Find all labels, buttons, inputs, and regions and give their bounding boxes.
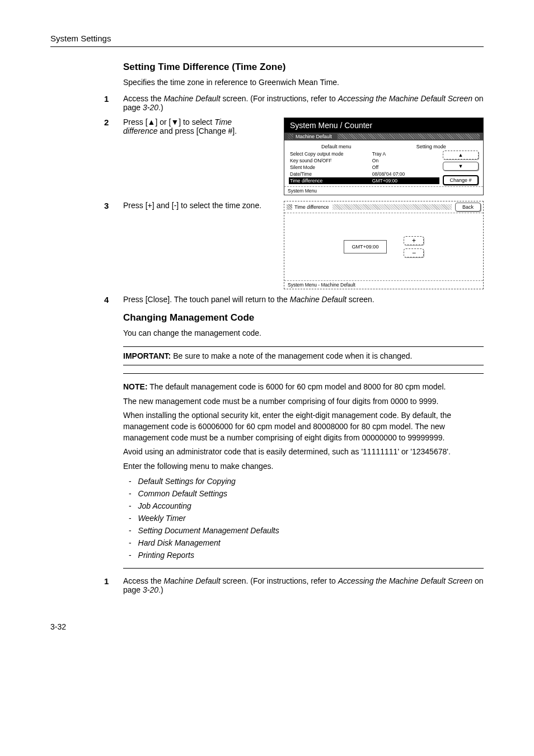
important-box: IMPORTANT: Be sure to make a note of the… bbox=[123, 346, 484, 365]
step-text: Press [▲] or [▼] to select Time differen… bbox=[123, 118, 263, 135]
change-button[interactable]: Change # bbox=[443, 175, 479, 185]
plus-button[interactable]: + bbox=[404, 236, 424, 245]
panel-title: Time difference bbox=[294, 204, 329, 210]
section-title-management-code: Changing Management Code bbox=[123, 312, 484, 323]
list-row[interactable]: Date/Time08/08/'04 07:00 bbox=[289, 171, 439, 177]
t: and press [Change #]. bbox=[157, 126, 237, 135]
cell: Off bbox=[372, 165, 439, 170]
breadcrumb: System Menu - Machine Default bbox=[284, 280, 483, 289]
col-header: Default menu bbox=[289, 144, 384, 151]
t: .) bbox=[158, 585, 163, 594]
scroll-up-button[interactable] bbox=[443, 151, 479, 159]
section2-intro: You can change the management code. bbox=[123, 328, 484, 339]
note-p: Avoid using an administrator code that i… bbox=[123, 447, 484, 458]
list-item: Hard Disk Management bbox=[139, 537, 484, 549]
minus-button[interactable]: − bbox=[404, 248, 424, 257]
t: Press [ bbox=[123, 118, 148, 126]
important-label: IMPORTANT: bbox=[123, 351, 171, 360]
note-p: Enter the following menu to make changes… bbox=[123, 461, 484, 472]
cell: 08/08/'04 07:00 bbox=[372, 171, 439, 177]
hatch-fill bbox=[338, 134, 480, 139]
screenshot-time-difference: Time difference Back GMT+09:00 + − Syste… bbox=[284, 201, 484, 289]
list-row[interactable]: Silent ModeOff bbox=[289, 164, 439, 171]
cell: Tray A bbox=[372, 151, 439, 157]
cell: Key sound ON/OFF bbox=[289, 158, 372, 163]
timezone-value: GMT+09:00 bbox=[344, 240, 387, 253]
step-number: 2 bbox=[104, 118, 123, 195]
list-item: Job Accounting bbox=[139, 500, 484, 512]
back-button[interactable]: Back bbox=[455, 203, 481, 212]
step-number: 1 bbox=[104, 94, 123, 112]
list-row[interactable]: Select Copy output modeTray A bbox=[289, 151, 439, 157]
hatch-fill bbox=[332, 204, 452, 210]
list-row-selected[interactable]: Time differenceGMT+09:00 bbox=[289, 177, 439, 184]
list-row[interactable]: Key sound ON/OFFOn bbox=[289, 157, 439, 164]
t: Access the bbox=[123, 576, 163, 585]
list-item: Setting Document Management Defaults bbox=[139, 524, 484, 537]
t: Machine Default bbox=[163, 576, 220, 585]
page-header: System Settings bbox=[50, 34, 484, 47]
step-text: Access the Machine Default screen. (For … bbox=[123, 576, 484, 594]
step-text: Press [+] and [-] to select the time zon… bbox=[123, 201, 263, 210]
note-box: NOTE: The default management code is 600… bbox=[123, 373, 484, 569]
note-label: NOTE: bbox=[123, 382, 148, 391]
list-item: Default Settings for Copying bbox=[139, 475, 484, 487]
cell: GMT+09:00 bbox=[372, 178, 439, 184]
cell: Time difference bbox=[289, 178, 372, 184]
t: Machine Default bbox=[163, 94, 220, 103]
t: Access the bbox=[123, 94, 163, 103]
step-text: Access the Machine Default screen. (For … bbox=[123, 94, 484, 112]
cell: Date/Time bbox=[289, 171, 372, 177]
panel-subtitle: Machine Default bbox=[296, 134, 332, 139]
t: ] to select bbox=[179, 118, 214, 126]
panel-subtitle-bar: Machine Default bbox=[284, 133, 483, 140]
t: screen. (For instructions, refer to bbox=[221, 576, 338, 585]
note-p: When installing the optional security ki… bbox=[123, 410, 484, 443]
up-triangle-icon: ▲ bbox=[148, 118, 156, 126]
breadcrumb: System Menu bbox=[284, 186, 483, 195]
note-p: The new management code must be a number… bbox=[123, 396, 484, 407]
menu-list: Default Settings for Copying Common Defa… bbox=[123, 475, 484, 561]
note-text: The default management code is 6000 for … bbox=[148, 382, 446, 391]
t: Machine Default bbox=[290, 295, 346, 304]
t: 3-20 bbox=[143, 585, 158, 594]
cell: Silent Mode bbox=[289, 165, 372, 170]
step-text: Press [Close]. The touch panel will retu… bbox=[123, 295, 484, 304]
t: ] or [ bbox=[155, 118, 171, 126]
step-number: 3 bbox=[104, 201, 123, 289]
scroll-down-button[interactable] bbox=[443, 162, 479, 171]
screenshot-machine-default: System Menu / Counter Machine Default De… bbox=[284, 118, 484, 195]
t: Accessing the Machine Default Screen bbox=[338, 94, 472, 103]
hatch-icon bbox=[288, 134, 293, 139]
t: screen. (For instructions, refer to bbox=[221, 94, 338, 103]
list-item: Weekly Timer bbox=[139, 512, 484, 524]
step-number: 4 bbox=[104, 295, 123, 304]
t: .) bbox=[158, 103, 163, 112]
t: screen. bbox=[346, 295, 374, 304]
down-triangle-icon: ▼ bbox=[171, 118, 179, 126]
step-number: 1 bbox=[104, 576, 123, 594]
t: Accessing the Machine Default Screen bbox=[338, 576, 472, 585]
col-header: Setting mode bbox=[384, 144, 479, 151]
cell: Select Copy output mode bbox=[289, 151, 372, 157]
section1-intro: Specifies the time zone in reference to … bbox=[123, 77, 484, 88]
important-text: Be sure to make a note of the management… bbox=[171, 351, 412, 360]
t: 3-20 bbox=[143, 103, 158, 112]
column-headers: Default menu Setting mode bbox=[289, 144, 479, 151]
hatch-icon bbox=[287, 204, 292, 210]
settings-list: Select Copy output modeTray A Key sound … bbox=[289, 151, 439, 185]
panel-title: System Menu / Counter bbox=[284, 118, 483, 133]
list-item: Printing Reports bbox=[139, 549, 484, 561]
cell: On bbox=[372, 158, 439, 163]
t: Press [Close]. The touch panel will retu… bbox=[123, 295, 290, 304]
list-item: Common Default Settings bbox=[139, 487, 484, 500]
section-title-timezone: Setting Time Difference (Time Zone) bbox=[123, 62, 484, 73]
